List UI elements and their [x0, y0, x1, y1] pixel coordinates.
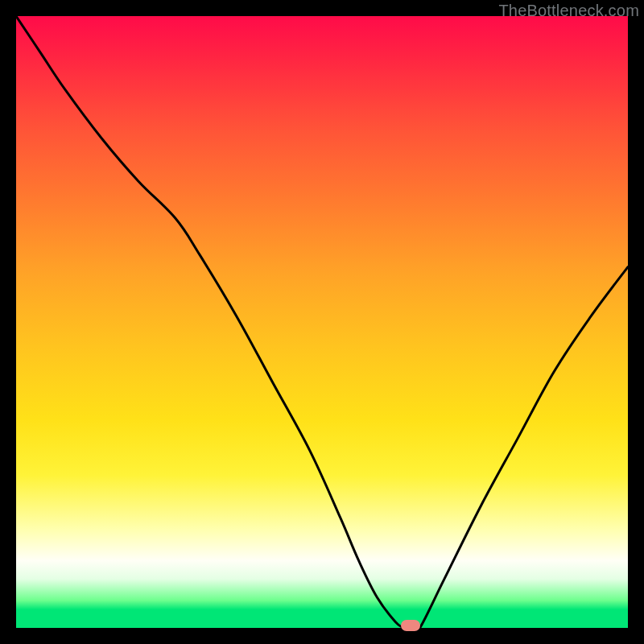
bottleneck-curve — [16, 16, 628, 628]
plot-area — [16, 16, 628, 628]
watermark-text: TheBottleneck.com — [498, 2, 639, 20]
marker-pill — [401, 620, 420, 631]
chart-frame: TheBottleneck.com — [0, 0, 644, 644]
